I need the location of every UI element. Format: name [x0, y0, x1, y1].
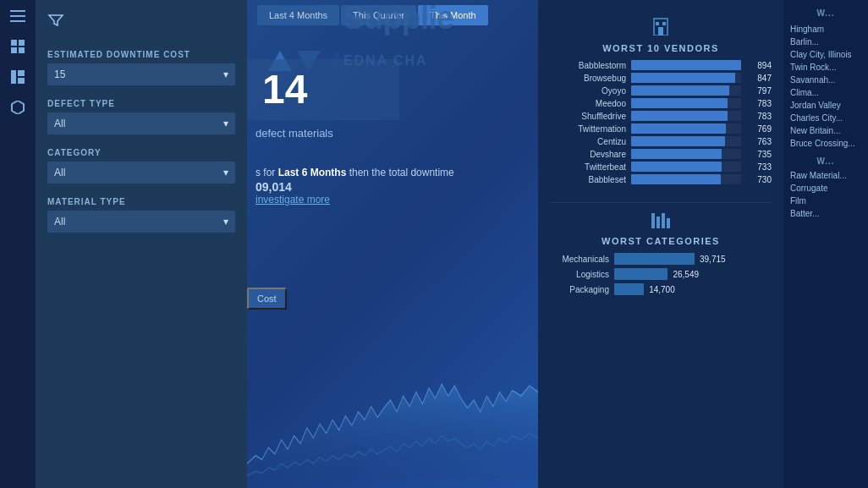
filter-group-material-type: MATERIAL TYPE All Raw Materials Corrugat…: [47, 197, 235, 233]
vendor-bar-fill: [631, 174, 721, 184]
vendor-name: Shuffledrive: [550, 112, 626, 121]
kpi-text-area: defect materials: [255, 127, 333, 140]
filter-label-category: CATEGORY: [47, 148, 235, 157]
svg-rect-22: [667, 218, 670, 228]
worst-categories-title: WORST CATEGORIES: [550, 236, 772, 246]
filter-select-wrapper-material-type[interactable]: All Raw Materials Corrugate Film: [47, 211, 235, 233]
filter-select-wrapper-defect-type[interactable]: All Type A Type B: [47, 112, 235, 134]
svg-rect-8: [18, 70, 25, 76]
vendor-name: Devshare: [550, 150, 626, 159]
sidebar-icon-grid[interactable]: [8, 37, 27, 56]
sidebar-icon-menu[interactable]: [8, 7, 27, 25]
filter-btn-this-month[interactable]: This Month: [418, 5, 487, 25]
svg-rect-21: [662, 213, 665, 228]
kpi-number: 14: [262, 69, 384, 110]
vendor-bar-fill: [631, 60, 741, 70]
svg-rect-9: [18, 78, 25, 84]
far-right-items2-list: Raw Material...CorrugateFilmBatter...: [790, 171, 861, 218]
category-bar-row: Logistics 26,549: [550, 268, 772, 280]
filter-icon: [47, 12, 64, 33]
sidebar-icon-layout[interactable]: [8, 68, 27, 86]
worst-vendors-section: WORST 10 VENDORS Babblestorm 894 Browseb…: [538, 8, 783, 194]
vendor-bar-track: [631, 111, 741, 121]
far-right-location-item: Barlin...: [790, 37, 861, 47]
category-bar-row: Mechanicals 39,715: [550, 253, 772, 265]
svg-rect-2: [10, 20, 25, 22]
vendor-value: 730: [746, 175, 772, 184]
vendor-bar-track: [631, 136, 741, 146]
svg-rect-0: [10, 10, 25, 12]
sidebar: [0, 0, 36, 488]
vendor-bar-track: [631, 60, 741, 70]
kpi-subtitle: defect materials: [255, 127, 333, 140]
svg-marker-10: [12, 101, 24, 114]
far-right-title: W...: [790, 8, 861, 18]
filter-select-category[interactable]: All Mechanicals Logistics Packaging: [47, 162, 235, 184]
vendor-bar-row: Shuffledrive 783: [550, 111, 772, 121]
vendor-bar-row: Meedoo 783: [550, 98, 772, 108]
vendor-value: 763: [746, 137, 772, 146]
filter-btn-this-quarter[interactable]: This Quarter: [341, 5, 416, 25]
vendor-bar-track: [631, 149, 741, 159]
far-right-location-item: Clay City, Illinois: [790, 50, 861, 59]
filter-group-estimated-downtime: ESTIMATED DOWNTIME COST 15 All 10 20: [47, 50, 235, 85]
far-right-items-list: HinghamBarlin...Clay City, IllinoisTwin …: [790, 25, 861, 148]
svg-rect-3: [11, 40, 17, 46]
filter-select-defect-type[interactable]: All Type A Type B: [47, 112, 235, 134]
far-right-location-item: Hingham: [790, 25, 861, 34]
vendor-bar-row: Babblestorm 894: [550, 60, 772, 70]
far-right-title-2: W...: [790, 156, 861, 166]
svg-rect-5: [11, 47, 17, 53]
kpi-insight-area: s for Last 6 Months then the total downt…: [255, 165, 454, 206]
vendor-bar-row: Twitterbeat 733: [550, 162, 772, 172]
vendor-bar-row: Babbleset 730: [550, 174, 772, 184]
vendor-bar-row: Centizu 763: [550, 136, 772, 146]
investigate-link[interactable]: investigate more: [255, 194, 454, 206]
filter-group-defect-type: DEFECT TYPE All Type A Type B: [47, 99, 235, 134]
cost-button[interactable]: Cost: [247, 288, 287, 310]
vendor-bar-row: Twitternation 769: [550, 123, 772, 134]
vendor-bar-fill: [631, 149, 722, 159]
filter-select-wrapper-estimated-downtime[interactable]: 15 All 10 20: [47, 63, 235, 85]
far-right-category-item: Raw Material...: [790, 171, 861, 180]
svg-rect-7: [11, 70, 16, 84]
vendors-icon: [550, 15, 772, 40]
vendor-bar-track: [631, 85, 741, 96]
vendor-name: Twitternation: [550, 124, 626, 134]
category-value: 26,549: [673, 270, 699, 279]
far-right-location-item: Clima...: [790, 88, 861, 97]
sidebar-icon-hex[interactable]: [8, 98, 27, 117]
vendor-name: Babbleset: [550, 175, 626, 184]
svg-rect-16: [656, 22, 659, 25]
category-bar-fill: [614, 283, 644, 295]
far-right-location-item: Twin Rock...: [790, 63, 861, 72]
vendor-value: 797: [746, 86, 772, 96]
vendor-name: Centizu: [550, 137, 626, 146]
filter-select-wrapper-category[interactable]: All Mechanicals Logistics Packaging: [47, 162, 235, 184]
filter-btn-last4months[interactable]: Last 4 Months: [257, 5, 339, 25]
vendor-bar-row: Oyoyo 797: [550, 85, 772, 96]
worst-categories-section: WORST CATEGORIES Mechanicals 39,715 Logi…: [538, 206, 783, 305]
vendor-bar-fill: [631, 111, 728, 121]
svg-rect-20: [656, 217, 660, 228]
vendor-value: 783: [746, 112, 772, 121]
filter-select-estimated-downtime[interactable]: 15 All 10 20: [47, 63, 235, 85]
vendor-bar-row: Browsebug 847: [550, 73, 772, 83]
category-bar-fill: [614, 253, 695, 265]
vendor-bar-track: [631, 162, 741, 172]
category-value: 39,715: [700, 255, 726, 264]
vendor-bar-fill: [631, 85, 729, 96]
category-name: Mechanicals: [550, 255, 609, 264]
divider-1: [550, 202, 772, 203]
far-right-location-item: New Britain...: [790, 126, 861, 135]
svg-rect-1: [10, 15, 25, 17]
vendor-value: 735: [746, 150, 772, 159]
filter-select-material-type[interactable]: All Raw Materials Corrugate Film: [47, 211, 235, 233]
vendor-name: Twitterbeat: [550, 162, 626, 172]
top-filter-bar: Last 4 Months This Quarter This Month: [247, 0, 538, 30]
vendor-value: 894: [746, 61, 772, 70]
far-right-location-item: Savannah...: [790, 75, 861, 85]
kpi-insight: s for Last 6 Months then the total downt…: [255, 165, 454, 180]
filter-panel: ESTIMATED DOWNTIME COST 15 All 10 20 DEF…: [36, 0, 247, 488]
far-right-category-item: Corrugate: [790, 184, 861, 193]
